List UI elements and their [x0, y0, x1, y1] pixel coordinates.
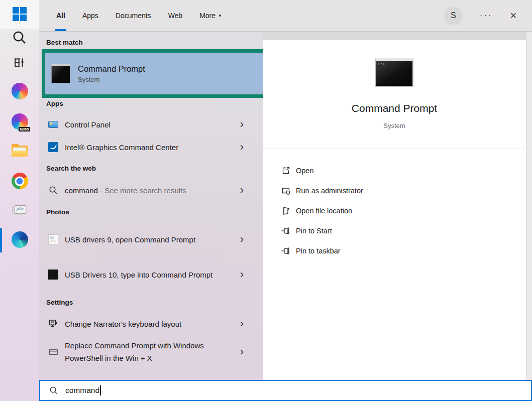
- web-suffix: - See more search results: [100, 186, 186, 195]
- file-explorer-button[interactable]: [0, 144, 39, 157]
- active-app-indicator: [0, 228, 2, 252]
- close-button[interactable]: ✕: [510, 11, 517, 21]
- search-icon: [49, 186, 58, 195]
- section-header-photos: Photos: [46, 208, 69, 216]
- action-run-as-administrator[interactable]: Run as administrator: [263, 181, 526, 201]
- task-view-button[interactable]: [0, 55, 39, 70]
- search-icon: [49, 386, 58, 395]
- search-input-value: command: [65, 386, 99, 395]
- section-header-web: Search the web: [46, 165, 96, 172]
- scrollbar-track[interactable]: [526, 32, 532, 380]
- chevron-right-icon[interactable]: ›: [240, 119, 244, 130]
- chevron-right-icon[interactable]: ›: [240, 185, 244, 196]
- edge-button[interactable]: [0, 231, 39, 248]
- chevron-right-icon[interactable]: ›: [240, 142, 244, 153]
- more-options-button[interactable]: ···: [480, 11, 493, 21]
- search-results-list: Best match Command Prompt System Apps Co…: [39, 32, 263, 380]
- command-prompt-icon: [51, 64, 70, 83]
- preview-subtitle: System: [263, 122, 526, 129]
- console-window-icon: [48, 347, 58, 357]
- intel-graphics-icon: [48, 142, 58, 152]
- photo-thumbnail-icon: [48, 234, 58, 244]
- section-header-apps: Apps: [46, 100, 63, 107]
- account-avatar[interactable]: S: [444, 7, 463, 25]
- search-input[interactable]: command: [39, 380, 532, 401]
- chevron-right-icon[interactable]: ›: [240, 269, 244, 280]
- task-view-icon: [12, 55, 27, 70]
- copilot-icon: [12, 83, 28, 99]
- m365-badge: M365: [19, 127, 30, 131]
- copilot-button[interactable]: [0, 83, 39, 99]
- tab-web[interactable]: Web: [167, 0, 184, 31]
- tab-apps[interactable]: Apps: [81, 0, 99, 31]
- pin-icon: [281, 226, 291, 236]
- divider: [263, 149, 526, 149]
- result-narrator-setting[interactable]: Change Narrator's keyboard layout ›: [39, 313, 263, 335]
- result-web-search[interactable]: command - See more search results ›: [39, 179, 263, 201]
- annotation-highlight-box: Command Prompt System: [42, 49, 276, 98]
- chevron-right-icon[interactable]: ›: [240, 234, 244, 245]
- system-monitor-icon: [12, 203, 28, 218]
- tab-all[interactable]: All: [55, 0, 66, 31]
- edge-icon: [12, 231, 28, 248]
- best-match-subtitle: System: [78, 76, 145, 83]
- narrator-icon: [48, 319, 58, 329]
- action-pin-to-start[interactable]: Pin to Start: [263, 221, 526, 241]
- file-explorer-icon: [12, 144, 28, 157]
- result-intel-graphics[interactable]: Intel® Graphics Command Center ›: [39, 136, 263, 158]
- section-header-settings: Settings: [46, 299, 73, 306]
- windows-search-overlay: M365 All A: [0, 0, 532, 401]
- m365-copilot-button[interactable]: M365: [0, 113, 39, 130]
- tab-documents[interactable]: Documents: [115, 0, 152, 31]
- admin-shield-icon: [281, 186, 291, 196]
- system-monitor-button[interactable]: [0, 203, 39, 218]
- pin-icon: [281, 246, 291, 256]
- web-query: command: [65, 186, 98, 195]
- search-icon: [12, 30, 27, 45]
- control-panel-icon: [48, 121, 58, 128]
- chevron-down-icon: ▼: [218, 14, 222, 18]
- file-location-icon: [281, 206, 291, 216]
- result-best-match[interactable]: Command Prompt System: [45, 53, 273, 94]
- start-button[interactable]: [0, 0, 39, 29]
- chrome-button[interactable]: [0, 173, 39, 189]
- text-cursor: [100, 385, 101, 395]
- search-flyout: All Apps Documents Web More ▼ S ··· ✕ Be…: [39, 0, 532, 401]
- tab-more[interactable]: More ▼: [198, 0, 223, 31]
- search-tabs-bar: All Apps Documents Web More ▼ S ··· ✕: [39, 0, 532, 32]
- taskbar: M365: [0, 0, 39, 401]
- action-open[interactable]: Open: [263, 161, 526, 181]
- chrome-icon: [12, 173, 28, 189]
- preview-panel: C:\_ Command Prompt System Open: [263, 40, 526, 380]
- result-photo-usb9[interactable]: USB drivers 9, open Command Prompt ›: [39, 223, 263, 256]
- chevron-right-icon[interactable]: ›: [240, 346, 244, 357]
- result-control-panel[interactable]: Control Panel ›: [39, 113, 263, 136]
- taskbar-search-button[interactable]: [0, 30, 39, 45]
- search-content: Best match Command Prompt System Apps Co…: [39, 32, 532, 380]
- windows-logo-icon: [13, 7, 27, 21]
- action-pin-to-taskbar[interactable]: Pin to taskbar: [263, 241, 526, 261]
- open-icon: [281, 166, 291, 176]
- best-match-title: Command Prompt: [78, 64, 145, 74]
- command-prompt-icon-large: C:\_: [375, 58, 413, 87]
- result-replace-cmd-setting[interactable]: Replace Command Prompt with Windows Powe…: [39, 335, 263, 368]
- preview-title: Command Prompt: [263, 102, 526, 114]
- action-open-file-location[interactable]: Open file location: [263, 201, 526, 221]
- chevron-right-icon[interactable]: ›: [240, 318, 244, 329]
- photo-thumbnail-icon: [48, 270, 58, 280]
- cmd-prompt-text: C:\_: [378, 62, 387, 66]
- section-header-best-match: Best match: [46, 39, 83, 46]
- result-photo-usb10[interactable]: USB Drivers 10, type into Command Prompt…: [39, 258, 263, 291]
